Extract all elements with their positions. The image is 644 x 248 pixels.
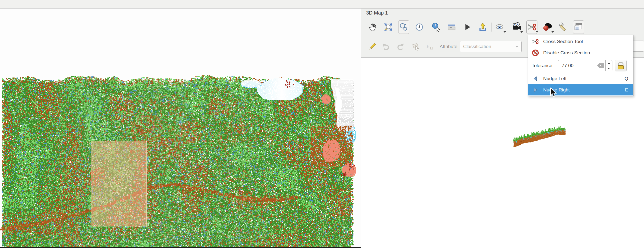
nudge-right-icon xyxy=(532,86,539,94)
camera-icon xyxy=(511,22,521,32)
toolbar-separator xyxy=(408,42,408,51)
tolerance-spinbox[interactable]: 77.00 ✕ xyxy=(558,60,612,71)
menu-item-disable-cross-section[interactable]: Disable Cross Section xyxy=(528,47,633,58)
export-scene-button[interactable] xyxy=(477,20,488,34)
assign-value-button[interactable]: ε xyxy=(425,41,435,52)
animation-play-icon xyxy=(462,22,472,32)
spin-down-button[interactable] xyxy=(606,66,612,71)
console-window-icon xyxy=(574,22,584,32)
camera-orientation-icon xyxy=(414,22,424,32)
identify-icon: i xyxy=(431,22,441,32)
shortcut-label: E xyxy=(625,87,628,93)
menu-item-nudge-right[interactable]: Nudge Right E xyxy=(528,84,633,95)
toolbar-separator xyxy=(508,23,508,32)
zoom-full-button[interactable] xyxy=(383,20,394,34)
svg-text:ε: ε xyxy=(427,42,429,50)
selection-rectangle xyxy=(91,141,147,226)
cross-section-point-cloud xyxy=(509,121,572,149)
dropdown-arrow-icon xyxy=(504,31,506,33)
disable-cross-section-icon xyxy=(532,49,539,57)
tolerance-value: 77.00 xyxy=(561,63,597,68)
menu-item-nudge-left[interactable]: Nudge Left Q xyxy=(528,73,633,84)
shortcut-label: Q xyxy=(624,76,628,81)
pan-hand-icon xyxy=(368,22,378,32)
chevron-down-icon xyxy=(515,46,518,48)
up-arrow-icon xyxy=(608,62,610,64)
select-by-polygon-button[interactable] xyxy=(411,41,421,52)
attribute-combobox-value: Classification xyxy=(463,44,491,49)
dropdown-arrow-icon xyxy=(536,31,538,33)
window-top-bar xyxy=(0,0,644,9)
spin-up-button[interactable] xyxy=(606,60,612,66)
dropdown-arrow-icon xyxy=(520,31,523,33)
menu-item-label: Cross Section Tool xyxy=(543,39,583,44)
undo-icon xyxy=(382,42,391,51)
3d-map-toolbar: i xyxy=(367,20,589,34)
toggle-editing-button[interactable] xyxy=(367,41,377,52)
cross-section-menu: Cross Section Tool Disable Cross Section… xyxy=(528,35,633,96)
configure-button[interactable] xyxy=(557,20,569,34)
clear-field-icon[interactable]: ✕ xyxy=(597,63,604,68)
application-window: 3D Map 1 xyxy=(0,0,644,248)
cross-section-icon xyxy=(527,22,537,32)
animation-camera-button[interactable] xyxy=(511,20,522,34)
svg-text:i: i xyxy=(435,24,436,28)
map-canvas-area[interactable] xyxy=(0,9,361,248)
tolerance-row: Tolerance 77.00 ✕ xyxy=(528,58,633,73)
zoom-full-icon xyxy=(383,22,393,32)
epsilon-icon: ε xyxy=(425,42,434,51)
console-window-button[interactable] xyxy=(573,20,584,34)
menu-item-cross-section-tool[interactable]: Cross Section Tool xyxy=(528,36,633,47)
pencil-icon xyxy=(367,42,377,51)
spinner-buttons xyxy=(605,60,612,71)
menu-item-label: Disable Cross Section xyxy=(543,50,590,56)
cross-section-button[interactable] xyxy=(526,20,537,34)
attribute-label: Attribute xyxy=(440,44,457,49)
down-arrow-icon xyxy=(608,68,610,69)
lock-tolerance-button[interactable] xyxy=(615,60,627,71)
toolbar-separator xyxy=(491,23,492,32)
dropdown-arrow-icon xyxy=(551,31,554,33)
animation-play-button[interactable] xyxy=(462,20,473,34)
redo-icon xyxy=(396,42,405,51)
pan-button[interactable] xyxy=(367,20,378,34)
point-cloud-map[interactable] xyxy=(0,9,361,248)
configure-wrench-icon xyxy=(558,22,568,32)
effects-eye-icon xyxy=(495,22,505,32)
tolerance-label: Tolerance xyxy=(532,63,552,68)
redo-button[interactable] xyxy=(395,41,405,52)
attribute-combobox[interactable]: Classification xyxy=(460,41,522,52)
effects-button[interactable] xyxy=(494,20,505,34)
identify-button[interactable]: i xyxy=(431,20,442,34)
nudge-left-icon xyxy=(532,75,539,82)
shadow-button[interactable] xyxy=(542,20,553,34)
select-polygon-icon xyxy=(411,42,420,51)
shadow-sphere-icon xyxy=(542,22,552,32)
point-cloud-edit-toolbar: ε Attribute Classification xyxy=(367,40,522,54)
change-attribute-tool-button[interactable] xyxy=(398,20,409,34)
camera-orientation-button[interactable] xyxy=(414,20,425,34)
scissors-icon xyxy=(532,38,539,45)
change-attribute-tool-icon xyxy=(399,22,409,32)
toolbar-separator xyxy=(428,23,428,32)
measure-icon xyxy=(447,22,457,32)
menu-item-label: Nudge Left xyxy=(543,76,567,81)
export-scene-icon xyxy=(478,22,488,32)
measure-button[interactable] xyxy=(446,20,457,34)
mouse-cursor xyxy=(550,87,558,98)
panel-title: 3D Map 1 xyxy=(366,10,388,16)
undo-button[interactable] xyxy=(381,41,391,52)
padlock-icon xyxy=(618,62,623,66)
